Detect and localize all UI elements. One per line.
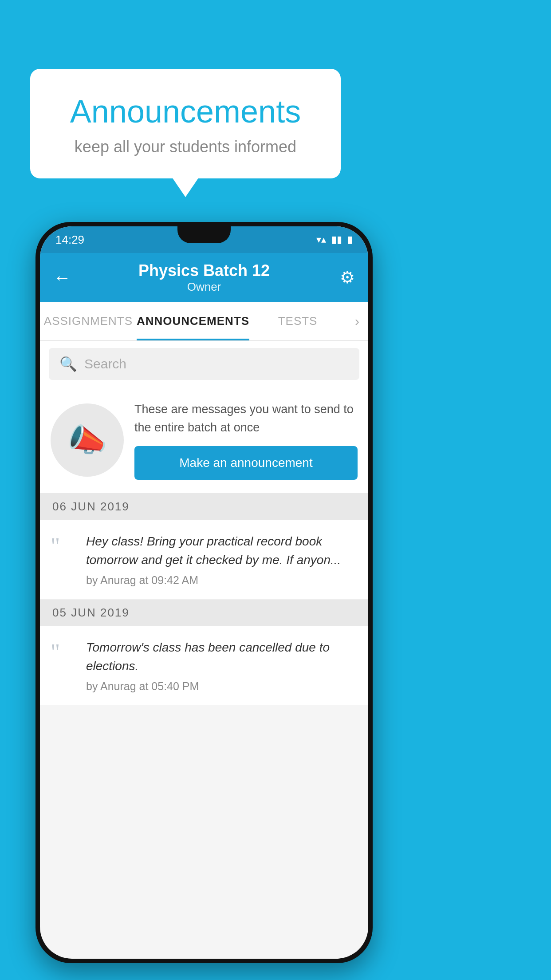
bubble-subtitle: keep all your students informed bbox=[57, 138, 314, 156]
announcement-content-1: Hey class! Bring your practical record b… bbox=[86, 532, 358, 587]
speech-bubble-container: Announcements keep all your students inf… bbox=[30, 69, 341, 178]
notch bbox=[177, 226, 231, 243]
tabs-bar: ASSIGNMENTS ANNOUNCEMENTS TESTS › bbox=[40, 302, 368, 341]
settings-button[interactable]: ⚙ bbox=[328, 268, 355, 287]
phone-screen: 14:29 ▾▴ ▮▮ ▮ ← Physics Batch 12 Owner ⚙… bbox=[40, 226, 368, 959]
announcement-text-2: Tomorrow's class has been cancelled due … bbox=[86, 638, 358, 676]
phone-frame: 14:29 ▾▴ ▮▮ ▮ ← Physics Batch 12 Owner ⚙… bbox=[35, 222, 373, 963]
promo-card: 📣 These are messages you want to send to… bbox=[40, 387, 368, 494]
announcement-meta-2: by Anurag at 05:40 PM bbox=[86, 680, 358, 693]
megaphone-circle: 📣 bbox=[51, 403, 124, 477]
search-icon: 🔍 bbox=[59, 356, 77, 372]
tab-more-button[interactable]: › bbox=[346, 302, 368, 340]
search-container: 🔍 Search bbox=[40, 341, 368, 387]
app-bar: ← Physics Batch 12 Owner ⚙ bbox=[40, 253, 368, 302]
announcement-meta-1: by Anurag at 09:42 AM bbox=[86, 574, 358, 587]
status-bar: 14:29 ▾▴ ▮▮ ▮ bbox=[40, 226, 368, 253]
app-bar-subtitle: Owner bbox=[138, 280, 270, 294]
date-divider-1: 06 JUN 2019 bbox=[40, 494, 368, 520]
search-input[interactable]: Search bbox=[84, 356, 126, 371]
tab-announcements[interactable]: ANNOUNCEMENTS bbox=[137, 302, 249, 340]
tab-tests[interactable]: TESTS bbox=[249, 302, 346, 340]
make-announcement-button[interactable]: Make an announcement bbox=[134, 446, 358, 480]
bubble-title: Announcements bbox=[57, 93, 314, 130]
announcement-content-2: Tomorrow's class has been cancelled due … bbox=[86, 638, 358, 693]
promo-description: These are messages you want to send to t… bbox=[134, 400, 358, 436]
battery-icon: ▮ bbox=[347, 234, 353, 245]
status-time: 14:29 bbox=[55, 233, 84, 247]
wifi-icon: ▾▴ bbox=[316, 234, 326, 245]
date-divider-2: 05 JUN 2019 bbox=[40, 600, 368, 626]
date-label-1: 06 JUN 2019 bbox=[52, 500, 130, 513]
back-button[interactable]: ← bbox=[53, 268, 80, 288]
quote-icon-1: " bbox=[51, 535, 77, 587]
speech-bubble: Announcements keep all your students inf… bbox=[30, 69, 341, 178]
date-label-2: 05 JUN 2019 bbox=[52, 606, 130, 619]
app-bar-title: Physics Batch 12 bbox=[138, 261, 270, 280]
quote-icon-2: " bbox=[51, 641, 77, 693]
status-icons: ▾▴ ▮▮ ▮ bbox=[316, 234, 353, 245]
announcement-item-1[interactable]: " Hey class! Bring your practical record… bbox=[40, 520, 368, 600]
app-bar-title-group: Physics Batch 12 Owner bbox=[138, 261, 270, 294]
search-bar[interactable]: 🔍 Search bbox=[49, 348, 359, 380]
signal-icon: ▮▮ bbox=[331, 234, 342, 245]
tab-assignments[interactable]: ASSIGNMENTS bbox=[40, 302, 137, 340]
promo-content: These are messages you want to send to t… bbox=[134, 400, 358, 480]
announcement-text-1: Hey class! Bring your practical record b… bbox=[86, 532, 358, 569]
megaphone-icon: 📣 bbox=[67, 421, 107, 459]
announcement-item-2[interactable]: " Tomorrow's class has been cancelled du… bbox=[40, 626, 368, 705]
